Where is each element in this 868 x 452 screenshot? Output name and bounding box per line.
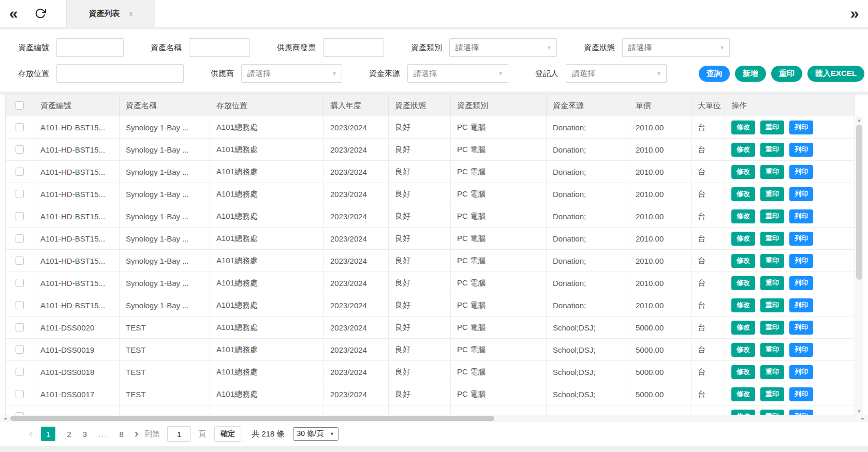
search-button[interactable]: 查詢 [699, 66, 730, 82]
row-edit-button[interactable]: 修改 [731, 120, 755, 134]
expand-tabs-button[interactable]: » [841, 0, 868, 27]
table-row: A101-HD-BST15... Synology 1-Bay ... A101… [6, 228, 855, 250]
supplier-select[interactable]: 請選擇 ▾ [241, 64, 342, 83]
cell-status: 良好 [389, 228, 451, 250]
row-edit-button[interactable]: 修改 [731, 165, 755, 179]
row-print-button[interactable]: 列印 [789, 165, 813, 179]
row-reprint-button[interactable]: 重印 [760, 321, 784, 335]
row-checkbox[interactable] [16, 368, 24, 376]
row-reprint-button[interactable]: 重印 [760, 232, 784, 246]
page-ellipsis: ... [98, 430, 108, 439]
col-asset-no: 資產編號 [34, 95, 120, 116]
row-checkbox[interactable] [16, 234, 24, 243]
page-size-select[interactable]: 30 條/頁 ▼ [293, 427, 339, 441]
row-checkbox[interactable] [16, 168, 24, 176]
row-print-button[interactable]: 列印 [789, 120, 813, 134]
row-print-button[interactable]: 列印 [789, 209, 813, 223]
vertical-scrollbar[interactable]: ▲ ▼ [856, 116, 863, 415]
reprint-button[interactable]: 重印 [771, 66, 802, 82]
table-row: A101-HD-BST15... Synology 1-Bay ... A101… [6, 205, 855, 228]
scroll-left-icon[interactable]: ◄ [1, 415, 9, 422]
tab-asset-list[interactable]: 資產列表 x [66, 0, 155, 27]
row-edit-button[interactable]: 修改 [731, 298, 755, 312]
refresh-icon [35, 8, 46, 19]
scroll-right-icon[interactable]: ► [859, 415, 867, 422]
asset-category-select[interactable]: 請選擇 ▾ [449, 38, 557, 57]
row-checkbox[interactable] [16, 345, 24, 354]
confirm-button[interactable]: 確定 [214, 426, 241, 442]
row-checkbox[interactable] [16, 190, 24, 198]
row-print-button[interactable]: 列印 [789, 365, 813, 379]
row-reprint-button[interactable]: 重印 [760, 209, 784, 223]
row-reprint-button[interactable]: 重印 [760, 343, 784, 357]
asset-status-select[interactable]: 請選擇 ▾ [622, 38, 730, 57]
row-checkbox[interactable] [16, 123, 24, 131]
collapse-tabs-button[interactable]: « [0, 0, 27, 27]
fund-source-select[interactable]: 請選擇 ▾ [407, 64, 508, 83]
row-edit-button[interactable]: 修改 [731, 321, 755, 335]
row-print-button[interactable]: 列印 [789, 254, 813, 268]
row-reprint-button[interactable]: 重印 [760, 187, 784, 201]
select-all-checkbox[interactable] [16, 101, 24, 110]
prev-page-button[interactable]: ‹ [29, 428, 33, 440]
row-edit-button[interactable]: 修改 [731, 410, 755, 415]
row-print-button[interactable]: 列印 [789, 387, 813, 401]
registrant-select[interactable]: 請選擇 ▾ [566, 64, 667, 83]
cell-asset-name: Synology 1-Bay ... [120, 116, 210, 139]
scroll-up-icon[interactable]: ▲ [856, 116, 863, 124]
page-button-2[interactable]: 2 [67, 430, 71, 439]
page-button-3[interactable]: 3 [83, 430, 87, 439]
row-edit-button[interactable]: 修改 [731, 143, 755, 157]
row-print-button[interactable]: 列印 [789, 321, 813, 335]
row-reprint-button[interactable]: 重印 [760, 120, 784, 134]
location-input[interactable] [56, 64, 184, 83]
row-reprint-button[interactable]: 重印 [760, 276, 784, 290]
row-checkbox[interactable] [16, 145, 24, 154]
row-reprint-button[interactable]: 重印 [760, 410, 784, 415]
row-print-button[interactable]: 列印 [789, 410, 813, 415]
row-reprint-button[interactable]: 重印 [760, 165, 784, 179]
row-edit-button[interactable]: 修改 [731, 387, 755, 401]
horizontal-scrollbar[interactable]: ◄ ► [0, 415, 868, 422]
row-reprint-button[interactable]: 重印 [760, 387, 784, 401]
row-print-button[interactable]: 列印 [789, 187, 813, 201]
page-button-8[interactable]: 8 [120, 430, 124, 439]
row-edit-button[interactable]: 修改 [731, 276, 755, 290]
page-button-1[interactable]: 1 [41, 427, 55, 441]
close-icon[interactable]: x [129, 9, 133, 18]
row-print-button[interactable]: 列印 [789, 143, 813, 157]
row-checkbox[interactable] [16, 212, 24, 220]
row-edit-button[interactable]: 修改 [731, 343, 755, 357]
row-reprint-button[interactable]: 重印 [760, 143, 784, 157]
row-print-button[interactable]: 列印 [789, 298, 813, 312]
row-edit-button[interactable]: 修改 [731, 232, 755, 246]
row-checkbox[interactable] [16, 257, 24, 265]
refresh-button[interactable] [27, 0, 54, 27]
row-edit-button[interactable]: 修改 [731, 187, 755, 201]
cell-unit-price: 5000.00 [629, 361, 692, 383]
row-reprint-button[interactable]: 重印 [760, 298, 784, 312]
asset-no-input[interactable] [56, 38, 124, 57]
add-button[interactable]: 新增 [735, 66, 766, 82]
vertical-scrollbar-thumb[interactable] [856, 125, 862, 280]
next-page-button[interactable]: › [135, 428, 138, 440]
row-print-button[interactable]: 列印 [789, 276, 813, 290]
row-checkbox[interactable] [16, 301, 24, 309]
row-print-button[interactable]: 列印 [789, 232, 813, 246]
row-reprint-button[interactable]: 重印 [760, 365, 784, 379]
row-print-button[interactable]: 列印 [789, 343, 813, 357]
goto-page-input[interactable] [167, 426, 191, 442]
row-reprint-button[interactable]: 重印 [760, 254, 784, 268]
scroll-down-icon[interactable]: ▼ [856, 408, 863, 415]
row-edit-button[interactable]: 修改 [731, 254, 755, 268]
horizontal-scrollbar-thumb[interactable] [10, 416, 494, 421]
import-excel-button[interactable]: 匯入EXCEL [807, 66, 864, 82]
row-edit-button[interactable]: 修改 [731, 209, 755, 223]
asset-name-input[interactable] [189, 38, 250, 57]
row-checkbox[interactable] [16, 390, 24, 398]
row-checkbox[interactable] [16, 323, 24, 332]
row-edit-button[interactable]: 修改 [731, 365, 755, 379]
supplier-invoice-input[interactable] [323, 38, 384, 57]
row-checkbox[interactable] [16, 279, 24, 287]
cell-asset-no: A101-DSS0017 [34, 383, 120, 405]
